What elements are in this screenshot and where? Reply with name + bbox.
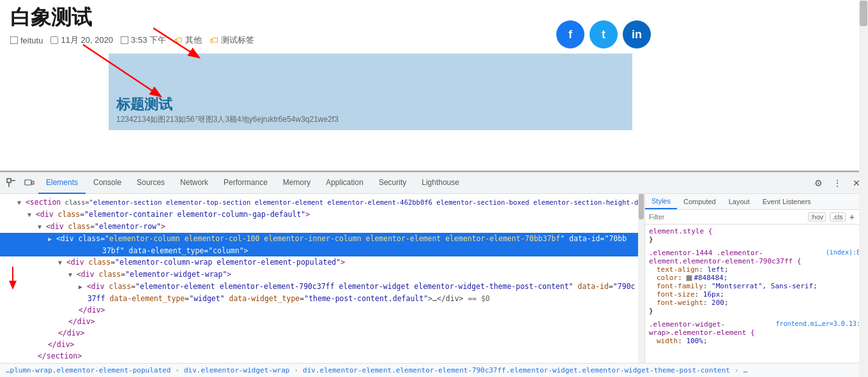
styles-filter-input[interactable] <box>649 213 804 221</box>
dom-line-selected-cont[interactable]: 37bf" data-element_type="column"> <box>0 245 644 256</box>
time-meta: 3:53 下午 <box>121 34 166 46</box>
devtools-breadcrumb: …plumn-wrap.elementor-element-populated … <box>0 363 868 377</box>
style-rule-widget: .elementor-widget-wrap>.elementor-elemen… <box>649 320 864 345</box>
dom-line-highlight-cont[interactable]: 37ff data-element_type="widget" data-wid… <box>0 293 644 304</box>
dom-line[interactable]: <div class="elementor-container elemento… <box>0 209 644 221</box>
calendar-icon <box>50 36 58 44</box>
dom-line[interactable]: </div> <box>0 316 644 327</box>
devtools-body: <section class="elementor-section elemen… <box>0 194 868 363</box>
filter-hov[interactable]: :hov <box>808 212 826 221</box>
devtools-toolbar: Elements Console Sources Network Perform… <box>0 172 868 194</box>
dom-scrollbar[interactable] <box>638 194 644 363</box>
settings-button[interactable]: ⚙ <box>809 174 827 192</box>
post-title: 白象测试 <box>10 4 254 32</box>
style-prop-font-weight: font-weight: 200; <box>649 299 864 307</box>
content-block: 标题测试 12342134如图213如56⁷呀图3人3额4地y6ejruktr6… <box>109 54 632 130</box>
styles-filter-bar: :hov .cls + ⊟ <box>645 210 868 225</box>
breadcrumb-item-1[interactable]: …plumn-wrap.elementor-element-populated <box>4 366 172 375</box>
dom-line[interactable]: <div class="elementor-row"> <box>0 221 644 233</box>
collapse-icon[interactable] <box>27 211 31 218</box>
devtools-panel: Elements Console Sources Network Perform… <box>0 171 868 377</box>
content-title: 标题测试 <box>116 95 625 114</box>
twitter-button[interactable]: t <box>590 20 618 48</box>
dom-line[interactable]: </div> <box>0 327 644 339</box>
devtools-tabs: Elements Console Sources Network Perform… <box>38 172 809 194</box>
svg-rect-8 <box>32 181 34 184</box>
filter-cls[interactable]: .cls <box>830 212 846 221</box>
date-meta: 11月 20, 2020 <box>50 34 113 46</box>
style-prop-font-size: font-size: 16px; <box>649 290 864 299</box>
dom-line[interactable]: <div class="elementor-widget-wrap"> <box>0 269 644 281</box>
expand-icon[interactable] <box>79 283 82 290</box>
styles-tab-computed[interactable]: Computed <box>677 194 722 209</box>
collapse-icon[interactable] <box>17 199 21 206</box>
style-source-3[interactable]: frontend.mi…er=3.0.13:2 <box>776 320 864 327</box>
style-prop-font-family: font-family: "Montserrat", Sans-serif; <box>649 282 864 290</box>
styles-tab-event-listeners[interactable]: Event Listeners <box>756 194 818 209</box>
breadcrumb-item-2[interactable]: div.elementor-widget-wrap <box>182 366 292 375</box>
facebook-button[interactable]: f <box>556 20 584 48</box>
breadcrumb-item-more[interactable]: … <box>742 366 750 375</box>
tab-network[interactable]: Network <box>172 172 216 194</box>
dom-line[interactable]: <section class="elementor-section elemen… <box>0 196 644 209</box>
tab-console[interactable]: Console <box>86 172 129 194</box>
tab-elements[interactable]: Elements <box>38 172 86 194</box>
dom-line[interactable]: </div> <box>0 339 644 350</box>
filter-plus[interactable]: + <box>849 212 855 222</box>
styles-tab-styles[interactable]: Styles <box>645 194 677 209</box>
tab-sources[interactable]: Sources <box>129 172 172 194</box>
author-meta: feitutu <box>10 36 43 45</box>
dom-line[interactable]: </div> <box>0 304 644 316</box>
style-prop-width: width: 100%; <box>649 337 864 345</box>
dom-line[interactable]: <div class="elementor-column-wrap elemen… <box>0 256 644 269</box>
page-scrollbar-thumb <box>860 1 867 26</box>
styles-panel: Styles Computed Layout Event Listeners :… <box>645 194 868 363</box>
dom-line-highlight[interactable]: <div class="elementor-element elementor-… <box>0 281 644 293</box>
tab-memory[interactable]: Memory <box>275 172 318 194</box>
toolbar-right: ⚙ ⋮ ✕ <box>809 174 865 192</box>
styles-tab-layout[interactable]: Layout <box>722 194 756 209</box>
linkedin-button[interactable]: in <box>623 20 651 48</box>
dom-line[interactable]: </div> <box>0 362 644 363</box>
tab-performance[interactable]: Performance <box>216 172 275 194</box>
dom-content: <section class="elementor-section elemen… <box>0 194 644 363</box>
svg-rect-7 <box>25 180 31 185</box>
svg-rect-4 <box>7 179 11 182</box>
style-prop-text-align: text-align: left; <box>649 265 864 274</box>
tab-lighthouse[interactable]: Lighthouse <box>414 172 467 194</box>
content-subtitle: 12342134如图213如56⁷呀图3人3额4地y6ejruktr6e54w3… <box>116 114 625 125</box>
post-meta: feitutu 11月 20, 2020 3:53 下午 🏷 其他 <box>10 34 254 46</box>
collapse-icon[interactable] <box>58 259 62 266</box>
styles-tabs: Styles Computed Layout Event Listeners <box>645 194 868 210</box>
style-rule-element: element.style { } <box>649 227 864 244</box>
tab-application[interactable]: Application <box>318 172 371 194</box>
breadcrumb-item-3[interactable]: div.elementor-element.elementor-element-… <box>301 366 732 375</box>
social-buttons: f t in <box>556 20 651 48</box>
style-source-2[interactable]: (index):82 <box>826 249 864 256</box>
dom-line-selected[interactable]: ▶ <div class="elementor-column elementor… <box>0 233 644 245</box>
collapse-icon[interactable] <box>68 271 72 278</box>
tag2-icon: 🏷 <box>209 35 218 45</box>
style-rule-elementor: .elementor-1444 .elementor-element.eleme… <box>649 249 864 315</box>
style-close-brace: } <box>649 235 864 244</box>
toggle-device-button[interactable] <box>20 174 38 192</box>
style-prop-color: color: #848484; <box>649 274 864 282</box>
tab-security[interactable]: Security <box>371 172 414 194</box>
dom-scrollbar-thumb <box>639 194 644 219</box>
style-selector-2: .elementor-1444 .elementor-element.eleme… <box>649 249 801 265</box>
inspect-element-button[interactable] <box>3 174 20 192</box>
category-meta: 🏷 其他 <box>174 34 202 46</box>
collapse-icon[interactable] <box>38 223 42 230</box>
dom-line[interactable]: </section> <box>0 350 644 362</box>
style-selector-3: .elementor-widget-wrap>.elementor-elemen… <box>649 320 755 337</box>
webpage-area: 白象测试 feitutu 11月 20, 2020 3:53 下午 <box>0 0 868 171</box>
tag-meta: 🏷 测试标签 <box>209 34 254 46</box>
styles-content: element.style { } .elementor-1444 .eleme… <box>645 225 868 363</box>
more-button[interactable]: ⋮ <box>828 174 846 192</box>
style-selector: element.style { <box>649 227 864 235</box>
page-scrollbar[interactable] <box>859 0 868 377</box>
style-close-brace-2: } <box>649 307 864 315</box>
clock-icon <box>121 36 128 44</box>
tag-icon: 🏷 <box>174 35 183 45</box>
author-icon <box>10 36 18 44</box>
